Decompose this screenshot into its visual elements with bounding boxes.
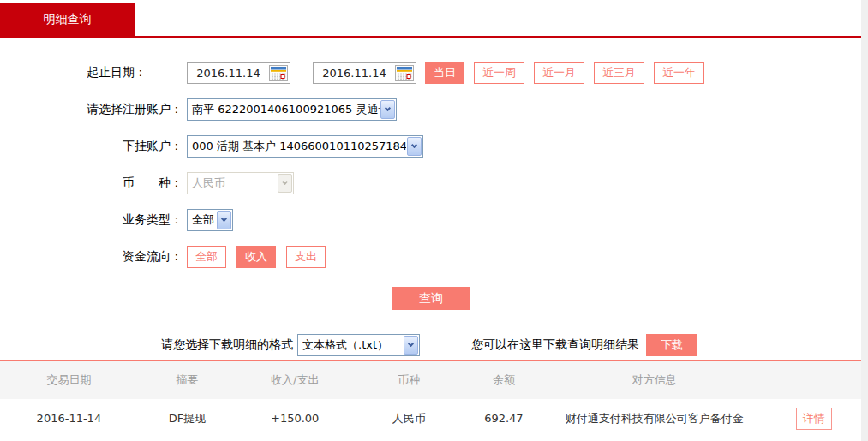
scrollbar[interactable] — [861, 0, 868, 441]
start-date-value: 2016.11.14 — [188, 67, 269, 80]
start-date-input[interactable]: 2016.11.14 — [187, 62, 290, 84]
tab-label: 明细查询 — [44, 12, 92, 27]
chevron-down-icon[interactable] — [217, 211, 231, 229]
header-amount: 收入/支出 — [236, 372, 353, 388]
currency-label: 币 种： — [0, 176, 183, 191]
download-row: 请您选择下载明细的格式 文本格式（.txt） 您可以在这里下载查询明细结果 下载 — [161, 334, 868, 356]
download-hint: 您可以在这里下载查询明细结果 — [471, 337, 639, 353]
cell-amount: +150.00 — [236, 412, 353, 425]
quick-range-week-button[interactable]: 近一周 — [474, 62, 524, 84]
sub-account-row: 下挂账户： 000 活期 基本户 1406600101102571848 — [0, 135, 868, 158]
quick-range-quarter-button[interactable]: 近三月 — [594, 62, 644, 84]
table-header-row: 交易日期 摘要 收入/支出 币种 余额 对方信息 — [0, 361, 861, 399]
cell-currency: 人民币 — [353, 411, 465, 426]
fund-flow-label: 资金流向： — [0, 249, 183, 265]
date-range-row: 起止日期： 2016.11.14 — 2016.11.14 — [0, 62, 868, 84]
business-type-label: 业务类型： — [0, 212, 183, 228]
chevron-down-icon[interactable] — [380, 100, 395, 119]
currency-select: 人民币 — [187, 172, 294, 194]
chevron-down-icon[interactable] — [404, 336, 418, 355]
quick-range-year-button[interactable]: 近一年 — [654, 62, 704, 84]
header-currency: 币种 — [353, 372, 465, 388]
register-account-value: 南平 6222001406100921065 灵通卡 — [188, 102, 380, 117]
query-button-row: 查询 — [392, 287, 868, 310]
calendar-icon[interactable] — [269, 65, 288, 81]
fund-flow-expense-button[interactable]: 支出 — [286, 246, 326, 268]
tab-bar: 明细查询 — [0, 0, 868, 36]
end-date-value: 2016.11.14 — [314, 67, 395, 80]
currency-value: 人民币 — [188, 176, 277, 191]
table-row: 2016-11-14 DF提现 +150.00 人民币 692.47 财付通支付… — [0, 399, 861, 438]
download-button[interactable]: 下载 — [646, 334, 697, 356]
sub-account-label: 下挂账户： — [0, 139, 183, 154]
business-type-row: 业务类型： 全部 — [0, 209, 868, 231]
chevron-down-icon — [278, 174, 292, 193]
download-format-label: 请您选择下载明细的格式 — [161, 337, 293, 353]
query-form: 起止日期： 2016.11.14 — 2016.11.14 — [0, 38, 868, 356]
currency-row: 币 种： 人民币 — [0, 172, 868, 194]
header-date: 交易日期 — [0, 372, 138, 388]
fund-flow-income-button[interactable]: 收入 — [236, 246, 276, 268]
chevron-down-icon[interactable] — [407, 137, 422, 156]
quick-range-month-button[interactable]: 近一月 — [534, 62, 584, 84]
cell-balance: 692.47 — [465, 412, 542, 425]
sub-account-value: 000 活期 基本户 1406600101102571848 — [188, 139, 406, 154]
header-balance: 余额 — [465, 372, 542, 388]
cell-action: 详情 — [766, 408, 861, 430]
header-counterparty: 对方信息 — [542, 372, 766, 388]
register-account-select[interactable]: 南平 6222001406100921065 灵通卡 — [187, 98, 397, 121]
date-range-label: 起止日期： — [0, 65, 183, 80]
fund-flow-row: 资金流向： 全部 收入 支出 — [0, 246, 868, 268]
calendar-icon[interactable] — [395, 65, 414, 81]
detail-button[interactable]: 详情 — [796, 408, 832, 430]
cell-summary: DF提现 — [138, 411, 237, 426]
download-format-value: 文本格式（.txt） — [298, 337, 403, 353]
tab-detail-query[interactable]: 明细查询 — [0, 3, 135, 36]
cell-date: 2016-11-14 — [0, 412, 138, 425]
end-date-input[interactable]: 2016.11.14 — [313, 62, 416, 84]
query-button[interactable]: 查询 — [392, 287, 470, 310]
business-type-value: 全部 — [188, 212, 216, 228]
fund-flow-all-button[interactable]: 全部 — [187, 246, 226, 268]
date-separator: — — [296, 66, 308, 80]
quick-range-today-button[interactable]: 当日 — [425, 62, 464, 84]
results-table: 交易日期 摘要 收入/支出 币种 余额 对方信息 2016-11-14 DF提现… — [0, 360, 861, 438]
header-summary: 摘要 — [138, 372, 237, 388]
sub-account-select[interactable]: 000 活期 基本户 1406600101102571848 — [187, 135, 423, 158]
business-type-select[interactable]: 全部 — [187, 209, 233, 231]
cell-counterparty: 财付通支付科技有限公司客户备付金 — [542, 411, 766, 426]
register-account-label: 请选择注册账户： — [0, 102, 183, 117]
download-format-select[interactable]: 文本格式（.txt） — [297, 334, 420, 356]
register-account-row: 请选择注册账户： 南平 6222001406100921065 灵通卡 — [0, 98, 868, 121]
